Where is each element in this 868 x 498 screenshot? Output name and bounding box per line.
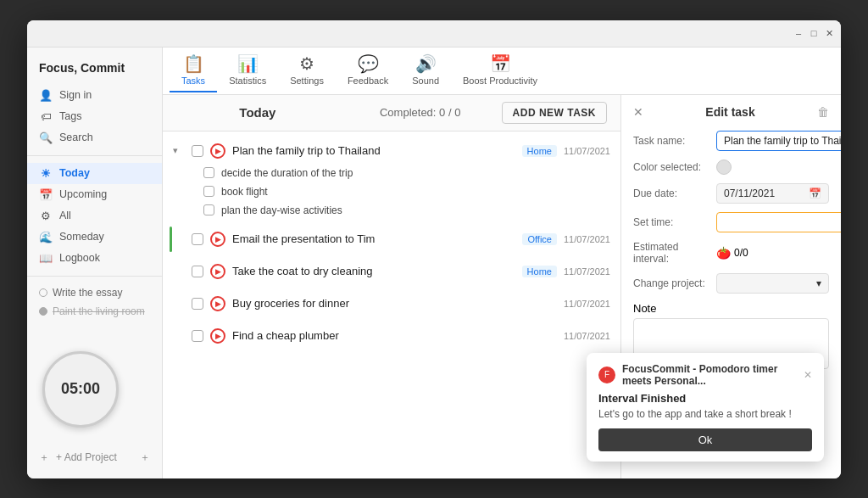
task-checkbox[interactable] bbox=[192, 266, 203, 277]
play-button[interactable]: ▶ bbox=[210, 143, 225, 159]
toolbar-sound[interactable]: 🔊 Sound bbox=[400, 48, 451, 92]
close-button[interactable]: ✕ bbox=[824, 28, 834, 38]
feedback-toolbar-icon: 💬 bbox=[358, 53, 379, 74]
task-list-title: Today bbox=[176, 105, 339, 120]
sidebar-item-someday[interactable]: 🌊 Someday bbox=[27, 227, 162, 248]
color-label: Color selected: bbox=[633, 161, 709, 173]
toolbar-boost[interactable]: 📅 Boost Productivity bbox=[451, 48, 549, 92]
toast-title: Interval Finished bbox=[598, 392, 812, 405]
task-tag: Home bbox=[522, 266, 557, 277]
toolbar-label: Sound bbox=[412, 76, 439, 86]
color-row: Color selected: bbox=[633, 159, 829, 175]
task-name: Find a cheap plumber bbox=[232, 329, 557, 342]
notification-toast: F FocusCommit - Pomodoro timer meets Per… bbox=[587, 353, 824, 462]
sidebar-item-label: Upcoming bbox=[59, 188, 107, 200]
toolbar-settings[interactable]: ⚙ Settings bbox=[278, 48, 336, 92]
sidebar-item-logbook[interactable]: 📖 Logbook bbox=[27, 248, 162, 269]
task-group-1: ▾ ▶ Plan the family trip to Thailand Hom… bbox=[163, 135, 620, 223]
task-list-header: Today Completed: 0 / 0 ADD NEW TASK bbox=[163, 95, 620, 131]
task-row[interactable]: ▶ ▶ Email the presentation to Tim Office… bbox=[163, 227, 620, 252]
sidebar-item-label: Search bbox=[59, 131, 93, 143]
upcoming-icon: 📅 bbox=[39, 188, 53, 201]
toast-app-name: FocusCommit - Pomodoro timer meets Perso… bbox=[622, 363, 797, 387]
task-group-2: ▶ ▶ Email the presentation to Tim Office… bbox=[163, 223, 620, 255]
toolbar-statistics[interactable]: 📊 Statistics bbox=[217, 48, 278, 92]
project-dropdown[interactable]: ▾ bbox=[716, 273, 829, 294]
color-picker[interactable] bbox=[716, 159, 732, 175]
toolbar-label: Statistics bbox=[229, 76, 266, 86]
sidebar-item-all[interactable]: ⚙ All bbox=[27, 205, 162, 227]
subtask-item[interactable]: decide the duration of the trip bbox=[163, 164, 620, 182]
sidebar-item-label: All bbox=[59, 210, 71, 221]
sidebar-item-label: Sign in bbox=[59, 89, 92, 101]
task-list-section: Today Completed: 0 / 0 ADD NEW TASK ▾ bbox=[163, 95, 620, 478]
timer-value: 05:00 bbox=[61, 380, 100, 398]
set-time-label: Set time: bbox=[633, 216, 709, 228]
toolbar-feedback[interactable]: 💬 Feedback bbox=[336, 48, 400, 92]
quick-task-write-essay[interactable]: Write the essay bbox=[27, 283, 162, 302]
subtask-item[interactable]: plan the day-wise activities bbox=[163, 201, 620, 220]
subtask-checkbox[interactable] bbox=[203, 204, 214, 215]
chevron-down-icon: ▾ bbox=[816, 277, 821, 289]
task-tag: Office bbox=[522, 233, 557, 245]
toolbar: 📋 Tasks 📊 Statistics ⚙ Settings 💬 Feedba… bbox=[163, 48, 841, 95]
project-label: Change project: bbox=[633, 277, 709, 289]
toast-close-button[interactable]: ✕ bbox=[804, 369, 812, 381]
sidebar-item-upcoming[interactable]: 📅 Upcoming bbox=[27, 184, 162, 205]
task-date: 11/07/2021 bbox=[564, 299, 610, 309]
task-name-row: Task name: bbox=[633, 131, 829, 151]
sidebar-divider-2 bbox=[27, 276, 162, 277]
due-date-value[interactable]: 07/11/2021 📅 bbox=[716, 183, 829, 204]
task-name: Take the coat to dry cleaning bbox=[232, 265, 515, 277]
set-time-input[interactable] bbox=[716, 212, 841, 232]
due-date-row: Due date: 07/11/2021 📅 bbox=[633, 183, 829, 204]
task-date: 11/07/2021 bbox=[564, 331, 610, 341]
play-button[interactable]: ▶ bbox=[210, 232, 225, 247]
sidebar-item-label: Today bbox=[59, 167, 90, 179]
task-checkbox[interactable] bbox=[192, 298, 203, 310]
task-checkbox[interactable] bbox=[192, 330, 203, 342]
minimize-button[interactable]: – bbox=[793, 28, 804, 38]
task-date: 11/07/2021 bbox=[564, 146, 610, 156]
subtask-item[interactable]: book flight bbox=[163, 182, 620, 201]
task-name: Buy groceries for dinner bbox=[232, 297, 557, 310]
close-edit-button[interactable]: ✕ bbox=[633, 105, 643, 119]
subtask-name: decide the duration of the trip bbox=[221, 167, 353, 179]
add-project-button[interactable]: ＋ + Add Project ＋ bbox=[27, 444, 162, 472]
task-name-input[interactable] bbox=[716, 131, 841, 151]
task-checkbox[interactable] bbox=[192, 145, 203, 157]
toast-ok-button[interactable]: Ok bbox=[598, 428, 812, 451]
tags-icon: 🏷 bbox=[39, 110, 53, 123]
task-row[interactable]: ▶ ▶ Take the coat to dry cleaning Home 1… bbox=[163, 259, 620, 284]
logbook-icon: 📖 bbox=[39, 252, 53, 265]
sidebar-item-today[interactable]: ☀ Today bbox=[27, 163, 162, 184]
quick-task-label: Write the essay bbox=[53, 287, 122, 299]
task-checkbox[interactable] bbox=[192, 233, 203, 245]
due-date-label: Due date: bbox=[633, 187, 709, 199]
play-button[interactable]: ▶ bbox=[210, 264, 225, 279]
maximize-button[interactable]: □ bbox=[809, 28, 819, 38]
play-button[interactable]: ▶ bbox=[210, 296, 225, 311]
timer-widget[interactable]: 05:00 bbox=[42, 351, 119, 428]
toolbar-tasks[interactable]: 📋 Tasks bbox=[170, 48, 217, 92]
sidebar-item-search[interactable]: 🔍 Search bbox=[27, 127, 162, 148]
subtask-checkbox[interactable] bbox=[203, 167, 214, 178]
sign-in-icon: 👤 bbox=[39, 89, 53, 102]
add-project-label: + Add Project bbox=[56, 451, 117, 463]
app-window: – □ ✕ Focus, Commit 👤 Sign in 🏷 Tags 🔍 S… bbox=[27, 20, 841, 478]
play-button[interactable]: ▶ bbox=[210, 328, 225, 344]
task-row[interactable]: ▶ ▶ Find a cheap plumber 11/07/2021 bbox=[163, 323, 620, 349]
quick-task-paint-room[interactable]: Paint the living room bbox=[27, 302, 162, 321]
delete-task-button[interactable]: 🗑 bbox=[817, 105, 829, 119]
task-row[interactable]: ▶ ▶ Buy groceries for dinner 11/07/2021 bbox=[163, 291, 620, 316]
subtask-checkbox[interactable] bbox=[203, 186, 214, 197]
add-new-task-button[interactable]: ADD NEW TASK bbox=[502, 102, 607, 124]
sidebar-item-tags[interactable]: 🏷 Tags bbox=[27, 106, 162, 127]
sidebar-item-sign-in[interactable]: 👤 Sign in bbox=[27, 85, 162, 106]
interval-label: Estimated interval: bbox=[633, 241, 709, 265]
app-title: Focus, Commit bbox=[27, 54, 162, 85]
toolbar-label: Boost Productivity bbox=[463, 76, 537, 86]
sidebar-item-label: Someday bbox=[59, 231, 104, 243]
task-row[interactable]: ▾ ▶ Plan the family trip to Thailand Hom… bbox=[163, 138, 620, 164]
task-name-label: Task name: bbox=[633, 135, 709, 147]
